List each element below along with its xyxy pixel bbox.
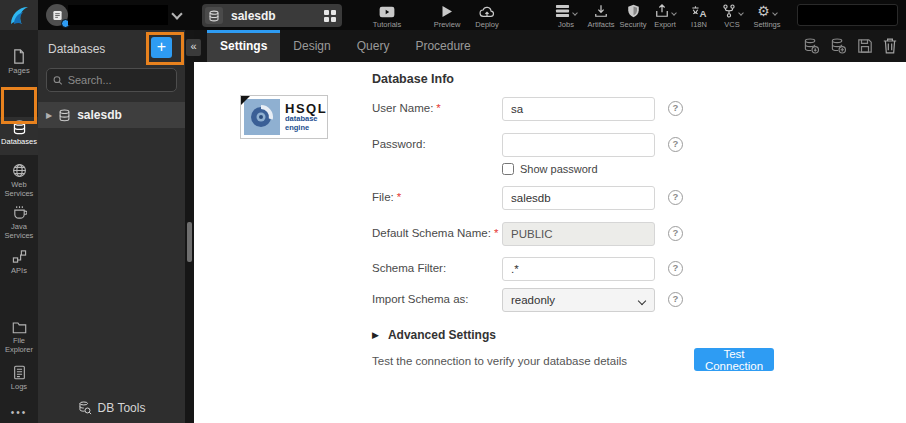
scrollbar-thumb[interactable] (187, 222, 192, 262)
web-services-globe-icon (12, 163, 27, 178)
file-explorer-folder-icon (12, 321, 27, 334)
i18n-translate-icon: A (691, 5, 707, 18)
app-window: salesdb Tutorials Preview Deploy Jobs Ar… (0, 0, 906, 423)
export-icon (655, 4, 669, 18)
database-icon (58, 109, 71, 122)
tree-expander-icon[interactable]: ▶ (46, 111, 52, 120)
username-field[interactable] (502, 97, 655, 121)
file-field[interactable] (502, 186, 655, 210)
databases-icon (12, 120, 27, 135)
username-help-icon[interactable]: ? (668, 101, 683, 116)
default-schema-help-icon[interactable]: ? (668, 226, 683, 241)
form-heading: Database Info (372, 72, 454, 86)
sidebar-item-file-explorer[interactable]: File Explorer (0, 318, 38, 355)
apis-connector-icon (12, 249, 27, 264)
sidebar-item-web-services[interactable]: Web Services (0, 160, 38, 199)
database-icon (205, 7, 223, 24)
deploy-icon (479, 5, 495, 18)
topbar-item-deploy[interactable]: Deploy (464, 4, 510, 29)
search-input[interactable] (68, 74, 170, 86)
vcs-caret-icon (738, 10, 744, 16)
topbar-item-tutorials[interactable]: Tutorials (364, 4, 410, 29)
password-help-icon[interactable]: ? (668, 137, 683, 152)
artifacts-download-icon (594, 4, 608, 18)
schema-filter-label: Schema Filter: (372, 262, 500, 274)
db-tools-icon (78, 401, 92, 415)
tree-item-salesdb[interactable]: ▶ salesdb (38, 102, 185, 128)
username-label: User Name:* (372, 102, 500, 114)
test-connection-hint: Test the connection to verify your datab… (372, 355, 627, 367)
databases-panel: Databases + ▶ salesdb DB Tools (38, 30, 185, 423)
left-sidebar: Pages Databases Web Services Java Servic… (0, 30, 38, 423)
hsql-logo-sub2: engine (285, 124, 327, 133)
project-chevron-down-icon[interactable] (171, 8, 182, 19)
search-icon (53, 75, 63, 86)
panel-title: Databases (48, 42, 105, 56)
java-services-coffee-icon (12, 205, 27, 220)
db-tools-label: DB Tools (98, 401, 146, 415)
db-toolbar (803, 38, 897, 54)
jobs-caret-icon (572, 10, 578, 16)
database-search[interactable] (46, 68, 177, 92)
settings-content: HSQL database engine Database Info User … (194, 62, 906, 423)
default-schema-field (502, 222, 655, 246)
advanced-caret-icon: ▶ (372, 330, 379, 340)
open-tab-label: salesdb (231, 9, 324, 23)
logs-icon (13, 365, 26, 380)
file-help-icon[interactable]: ? (668, 190, 683, 205)
import-schema-select[interactable]: readonly (502, 288, 655, 312)
db-tools-button[interactable]: DB Tools (38, 401, 185, 415)
tab-procedure[interactable]: Procedure (402, 30, 483, 62)
grid-view-icon[interactable] (324, 10, 336, 22)
show-password-label: Show password (520, 163, 598, 175)
svg-text:A: A (699, 8, 706, 18)
db-add-icon[interactable] (830, 38, 847, 54)
pages-icon (12, 49, 26, 64)
redacted-user-area (797, 4, 898, 26)
sidebar-item-databases[interactable]: Databases (0, 117, 38, 155)
tree-item-label: salesdb (77, 108, 122, 122)
sidebar-item-more[interactable]: ••• (0, 404, 38, 418)
hsql-logo: HSQL database engine (240, 95, 328, 139)
delete-trash-icon[interactable] (883, 38, 897, 54)
brand-logo[interactable] (0, 0, 38, 30)
panel-scrollbar[interactable] (185, 30, 194, 423)
schema-filter-help-icon[interactable]: ? (668, 261, 683, 276)
file-label: File:* (372, 191, 500, 203)
tab-design[interactable]: Design (280, 30, 343, 62)
sidebar-item-apis[interactable]: APIs (0, 246, 38, 275)
preview-icon (441, 5, 453, 18)
password-label: Password: (372, 138, 500, 150)
tab-settings[interactable]: Settings (207, 30, 280, 62)
topbar-item-settings[interactable]: ⚙ Settings (744, 4, 790, 29)
import-schema-label: Import Schema as: (372, 293, 500, 305)
project-avatar[interactable] (46, 4, 68, 26)
import-schema-help-icon[interactable]: ? (668, 292, 683, 307)
test-connection-button[interactable]: Test Connection (694, 348, 774, 371)
top-bar: salesdb Tutorials Preview Deploy Jobs Ar… (0, 0, 906, 30)
settings-gear-icon: ⚙ (757, 4, 770, 18)
advanced-settings-toggle[interactable]: ▶ Advanced Settings (372, 328, 496, 342)
project-notes-icon (52, 10, 63, 21)
vcs-branch-icon (722, 4, 736, 18)
schema-filter-field[interactable] (502, 257, 655, 281)
security-shield-icon (627, 4, 640, 18)
sidebar-item-java-services[interactable]: Java Services (0, 202, 38, 241)
open-item-tab-salesdb[interactable]: salesdb (202, 4, 342, 27)
advanced-settings-label: Advanced Settings (388, 328, 496, 342)
tab-query[interactable]: Query (344, 30, 403, 62)
wavemaker-logo-icon (7, 3, 31, 27)
default-schema-label: Default Schema Name:* (372, 227, 500, 239)
add-database-button[interactable]: + (151, 37, 172, 58)
save-icon[interactable] (857, 38, 873, 54)
database-tab-bar: Settings Design Query Procedure (194, 30, 906, 62)
password-field[interactable] (502, 133, 655, 157)
db-pull-icon[interactable] (803, 38, 820, 54)
show-password-checkbox[interactable] (502, 163, 514, 175)
settings-caret-icon (772, 10, 778, 16)
sidebar-item-logs[interactable]: Logs (0, 362, 38, 391)
hsql-corner-mark (241, 96, 250, 105)
sidebar-item-pages[interactable]: Pages (0, 46, 38, 75)
collapse-panel-button[interactable]: « (186, 39, 201, 56)
select-chevron-down-icon (638, 297, 646, 305)
